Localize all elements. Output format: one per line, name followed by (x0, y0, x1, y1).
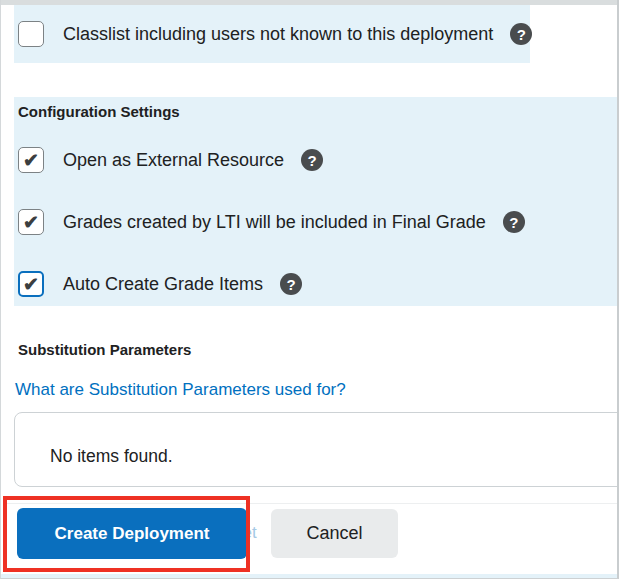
substitution-parameters-help-link[interactable]: What are Substitution Parameters used fo… (15, 380, 346, 400)
open-external-checkbox[interactable]: ✔ (18, 147, 44, 173)
help-icon[interactable]: ? (280, 273, 302, 295)
grades-lti-checkbox-label: Grades created by LTI will be included i… (63, 212, 486, 233)
classlist-checkbox[interactable] (18, 21, 44, 47)
create-deployment-form: Classlist including users not known to t… (0, 0, 619, 579)
option-row-grades-lti: ✔ Grades created by LTI will be included… (16, 209, 617, 235)
grades-lti-checkbox[interactable]: ✔ (18, 209, 44, 235)
checkmark-icon: ✔ (23, 151, 39, 170)
help-icon[interactable]: ? (510, 23, 532, 45)
option-row-auto-create-grades: ✔ Auto Create Grade Items ? (16, 271, 617, 297)
open-external-checkbox-label: Open as External Resource (63, 150, 284, 171)
auto-create-grades-checkbox-label: Auto Create Grade Items (63, 274, 263, 295)
classlist-checkbox-label: Classlist including users not known to t… (63, 24, 493, 45)
checkmark-icon: ✔ (23, 275, 39, 294)
auto-create-grades-checkbox[interactable]: ✔ (18, 271, 44, 297)
configuration-settings-heading: Configuration Settings (16, 103, 617, 121)
option-row-open-external: ✔ Open as External Resource ? (16, 147, 617, 173)
empty-list-message: No items found. (50, 446, 173, 467)
create-deployment-button[interactable]: Create Deployment (17, 508, 247, 559)
cancel-button[interactable]: Cancel (271, 509, 398, 558)
bottom-panel-edge (1, 574, 617, 579)
help-icon[interactable]: ? (301, 149, 323, 171)
classlist-option-row: Classlist including users not known to t… (14, 5, 530, 63)
substitution-parameters-list: No items found. (14, 412, 619, 487)
configuration-settings-section: Configuration Settings ✔ Open as Externa… (14, 97, 617, 306)
help-icon[interactable]: ? (503, 211, 525, 233)
footer-divider (3, 503, 617, 504)
substitution-parameters-heading: Substitution Parameters (16, 341, 191, 359)
checkmark-icon: ✔ (23, 213, 39, 232)
